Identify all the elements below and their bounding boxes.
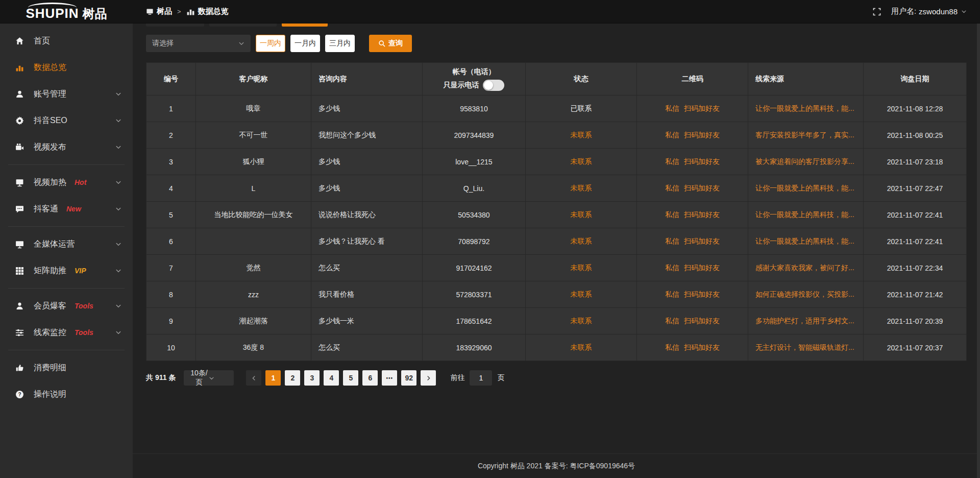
- cell-date: 2021-11-07 22:34: [864, 255, 967, 281]
- page-button-3[interactable]: 3: [304, 370, 320, 386]
- private-message-link[interactable]: 私信: [665, 317, 679, 325]
- scan-add-friend-link[interactable]: 扫码加好友: [684, 343, 720, 351]
- scan-add-friend-link[interactable]: 扫码加好友: [684, 131, 720, 139]
- sidebar-item-matrix-boost[interactable]: 矩阵助推 VIP: [0, 257, 133, 284]
- sidebar-item-douyin-seo[interactable]: 抖音SEO: [0, 107, 133, 134]
- sidebar-item-data-overview[interactable]: 数据总览: [0, 54, 133, 81]
- period-button-week[interactable]: 一周内: [256, 35, 285, 52]
- chevron-down-icon: [115, 179, 121, 185]
- scan-add-friend-link[interactable]: 扫码加好友: [684, 317, 720, 325]
- search-button[interactable]: 查询: [369, 35, 412, 52]
- sidebar-item-home[interactable]: 首页: [0, 28, 133, 54]
- prev-page-button[interactable]: [246, 370, 261, 386]
- sidebar-item-label: 抖客通: [34, 204, 58, 214]
- sidebar-item-label: 抖音SEO: [34, 115, 67, 126]
- page-button-4[interactable]: 4: [324, 370, 339, 386]
- page-button-2[interactable]: 2: [285, 370, 300, 386]
- lead-source-link[interactable]: 感谢大家喜欢我家，被问了好...: [755, 264, 854, 272]
- scan-add-friend-link[interactable]: 扫码加好友: [684, 264, 720, 272]
- chevron-down-icon: [115, 241, 121, 247]
- sliders-icon: [15, 328, 26, 337]
- cell-account: 70898792: [423, 228, 526, 255]
- cell-account: love__1215: [423, 149, 526, 175]
- sidebar-item-guide[interactable]: ? 操作说明: [0, 381, 133, 408]
- private-message-link[interactable]: 私信: [665, 237, 679, 245]
- cell-content: 怎么买: [311, 255, 422, 281]
- scan-add-friend-link[interactable]: 扫码加好友: [684, 104, 720, 112]
- scan-add-friend-link[interactable]: 扫码加好友: [684, 290, 720, 298]
- private-message-link[interactable]: 私信: [665, 157, 679, 165]
- sidebar-item-member-burst[interactable]: 会员爆客 Tools: [0, 293, 133, 319]
- table-header-row: 编号 客户昵称 咨询内容 帐号（电话） 只显示电话 状态 二维码 线索来源 询盘…: [146, 63, 967, 95]
- table-row: 8 zzz 我只看价格 572803371 未联系 私信 扫码加好友 如何正确选…: [146, 281, 967, 308]
- period-button-month[interactable]: 一月内: [290, 35, 320, 52]
- cell-account: 9583810: [423, 95, 526, 122]
- fullscreen-icon[interactable]: [873, 8, 881, 16]
- table-row: 3 狐小狸 多少钱 love__1215 未联系 私信 扫码加好友 被大家追着问…: [146, 149, 967, 175]
- breadcrumb-item-current[interactable]: 数据总览: [186, 7, 229, 16]
- cell-content: 多少钱？让我死心 看: [311, 228, 422, 255]
- sidebar-item-douketong[interactable]: 抖客通 New: [0, 196, 133, 222]
- sidebar-item-video-heat[interactable]: 视频加热 Hot: [0, 169, 133, 196]
- cell-qrcode: 私信 扫码加好友: [636, 122, 748, 149]
- thumb-icon: [15, 364, 26, 372]
- lead-source-link[interactable]: 如何正确选择投影仪，买投影...: [755, 290, 854, 298]
- cell-source: 被大家追着问的客厅投影分享...: [748, 149, 863, 175]
- sidebar-item-media-ops[interactable]: 全媒体运营: [0, 231, 133, 257]
- filter-select[interactable]: 请选择: [146, 35, 251, 52]
- private-message-link[interactable]: 私信: [665, 104, 679, 112]
- phone-only-toggle[interactable]: [483, 80, 504, 91]
- scrollbar[interactable]: [977, 23, 980, 478]
- lead-source-link[interactable]: 无主灯设计，智能磁吸轨道灯...: [755, 343, 854, 351]
- period-button-quarter[interactable]: 三月内: [325, 35, 355, 52]
- page-ellipsis-button[interactable]: •••: [382, 370, 397, 386]
- cell-id: 1: [146, 95, 196, 122]
- user-menu[interactable]: 用户名: zswodun88: [891, 7, 967, 16]
- cell-status: 未联系: [525, 149, 636, 175]
- private-message-link[interactable]: 私信: [665, 343, 679, 351]
- sidebar-item-account-manage[interactable]: 账号管理: [0, 81, 133, 107]
- goto-page-input[interactable]: [470, 370, 492, 386]
- sidebar-divider: [8, 164, 125, 165]
- private-message-link[interactable]: 私信: [665, 184, 679, 192]
- private-message-link[interactable]: 私信: [665, 290, 679, 298]
- monitor-icon: [15, 240, 26, 249]
- status-badge: 未联系: [570, 210, 592, 219]
- page-size-value: 10条/页: [189, 369, 209, 387]
- lead-source-link[interactable]: 客厅安装投影半年多了，真实...: [755, 131, 854, 139]
- scan-add-friend-link[interactable]: 扫码加好友: [684, 184, 720, 192]
- private-message-link[interactable]: 私信: [665, 264, 679, 272]
- sidebar-item-label: 全媒体运营: [34, 239, 75, 250]
- status-badge: 未联系: [570, 237, 592, 245]
- breadcrumb-label: 树品: [157, 7, 172, 16]
- private-message-link[interactable]: 私信: [665, 131, 679, 139]
- breadcrumb-item-home[interactable]: 树品: [146, 7, 172, 16]
- cell-qrcode: 私信 扫码加好友: [636, 95, 748, 122]
- cell-content: 多少钱: [311, 95, 422, 122]
- status-badge: 未联系: [570, 290, 592, 298]
- column-header-account: 帐号（电话） 只显示电话: [423, 63, 526, 95]
- goto-page: 前往 页: [450, 370, 504, 386]
- page-button-1[interactable]: 1: [265, 370, 281, 386]
- cell-status: 未联系: [525, 308, 636, 334]
- lead-source-link[interactable]: 让你一眼就爱上的黑科技，能...: [755, 104, 854, 112]
- page-button-92[interactable]: 92: [401, 370, 416, 386]
- scan-add-friend-link[interactable]: 扫码加好友: [684, 237, 720, 245]
- lead-source-link[interactable]: 多功能护栏灯，适用于乡村文...: [755, 317, 854, 325]
- page-button-5[interactable]: 5: [343, 370, 358, 386]
- scan-add-friend-link[interactable]: 扫码加好友: [684, 157, 720, 165]
- lead-source-link[interactable]: 让你一眼就爱上的黑科技，能...: [755, 210, 854, 219]
- lead-source-link[interactable]: 被大家追着问的客厅投影分享...: [755, 157, 854, 165]
- sidebar-item-badge: Tools: [75, 328, 93, 337]
- page-size-select[interactable]: 10条/页: [184, 370, 234, 386]
- lead-source-link[interactable]: 让你一眼就爱上的黑科技，能...: [755, 237, 854, 245]
- page-button-6[interactable]: 6: [362, 370, 378, 386]
- lead-source-link[interactable]: 让你一眼就爱上的黑科技，能...: [755, 184, 854, 192]
- next-page-button[interactable]: [421, 370, 436, 386]
- sidebar-item-video-publish[interactable]: 视频发布: [0, 134, 133, 160]
- inquiry-table: 编号 客户昵称 咨询内容 帐号（电话） 只显示电话 状态 二维码 线索来源 询盘…: [146, 62, 967, 361]
- sidebar-item-lead-monitor[interactable]: 线索监控 Tools: [0, 319, 133, 346]
- private-message-link[interactable]: 私信: [665, 210, 679, 219]
- sidebar-item-consume-detail[interactable]: 消费明细: [0, 354, 133, 381]
- scan-add-friend-link[interactable]: 扫码加好友: [684, 210, 720, 219]
